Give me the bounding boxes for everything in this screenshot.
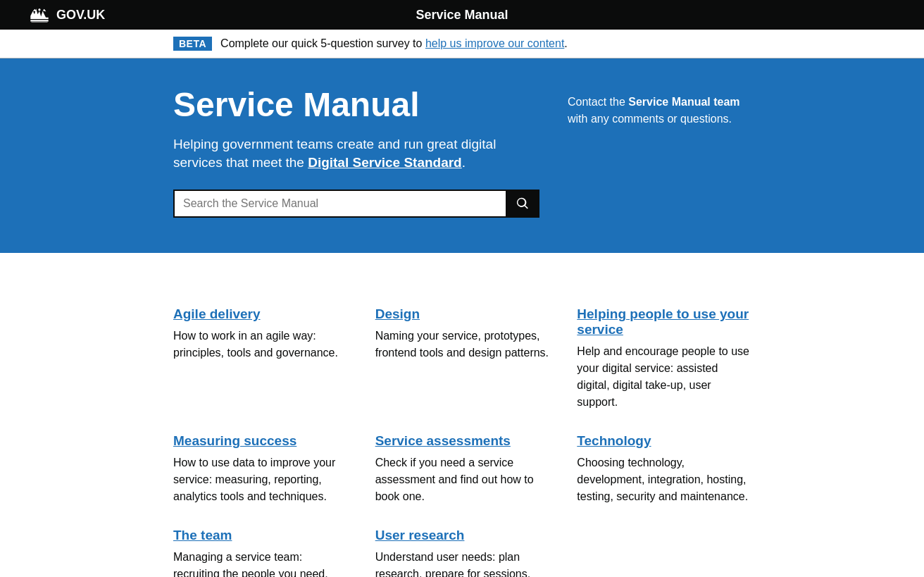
search-button[interactable] [506, 190, 539, 218]
topic-desc-technology: Choosing technology, development, integr… [577, 454, 751, 505]
search-form [173, 190, 539, 218]
site-title: Service Manual [318, 8, 607, 23]
topic-agile-delivery: Agile delivery How to work in an agile w… [173, 295, 347, 422]
topic-measuring-success: Measuring success How to use data to imp… [173, 422, 347, 516]
main-content: Agile delivery How to work in an agile w… [0, 253, 924, 577]
topic-desc-helping-people: Help and encourage people to use your di… [577, 343, 751, 411]
govuk-logo-text: GOV.UK [56, 8, 105, 23]
hero-contact: Contact the Service Manual team with any… [568, 94, 751, 128]
hero-section: Service Manual Helping government teams … [0, 58, 924, 253]
hero-title: Service Manual [173, 87, 539, 124]
topic-the-team: The team Managing a service team: recrui… [173, 516, 347, 577]
topic-link-design[interactable]: Design [375, 306, 420, 321]
topic-technology: Technology Choosing technology, developm… [577, 422, 751, 516]
beta-tag: BETA [173, 37, 212, 51]
topic-link-the-team[interactable]: The team [173, 528, 232, 542]
topic-desc-design: Naming your service, prototypes, fronten… [375, 328, 549, 361]
hero-description: Helping government teams create and run … [173, 135, 539, 173]
beta-survey-link[interactable]: help us improve our content [425, 37, 564, 49]
dss-hero-link[interactable]: Digital Service Standard [308, 155, 462, 170]
search-icon [516, 197, 530, 211]
topic-link-agile-delivery[interactable]: Agile delivery [173, 306, 261, 321]
topic-link-measuring-success[interactable]: Measuring success [173, 433, 296, 448]
beta-banner: BETA Complete our quick 5-question surve… [0, 30, 924, 58]
crown-icon [28, 7, 51, 23]
topic-link-user-research[interactable]: User research [375, 528, 465, 542]
govuk-logo[interactable]: GOV.UK [28, 7, 318, 23]
topic-desc-the-team: Managing a service team: recruiting the … [173, 549, 347, 577]
topic-link-service-assessments[interactable]: Service assessments [375, 433, 511, 448]
topic-user-research: User research Understand user needs: pla… [375, 516, 549, 577]
topic-desc-service-assessments: Check if you need a service assessment a… [375, 454, 549, 505]
topic-desc-user-research: Understand user needs: plan research, pr… [375, 549, 549, 577]
topic-link-helping-people[interactable]: Helping people to use your service [577, 306, 749, 337]
beta-text: Complete our quick 5-question survey to … [220, 37, 568, 50]
topic-service-assessments: Service assessments Check if you need a … [375, 422, 549, 516]
search-input[interactable] [173, 190, 506, 218]
topics-grid: Agile delivery How to work in an agile w… [173, 281, 751, 577]
topic-link-technology[interactable]: Technology [577, 433, 651, 448]
topic-design: Design Naming your service, prototypes, … [375, 295, 549, 422]
topic-helping-people: Helping people to use your service Help … [577, 295, 751, 422]
topic-desc-measuring-success: How to use data to improve your service:… [173, 454, 347, 505]
topic-desc-agile-delivery: How to work in an agile way: principles,… [173, 328, 347, 361]
